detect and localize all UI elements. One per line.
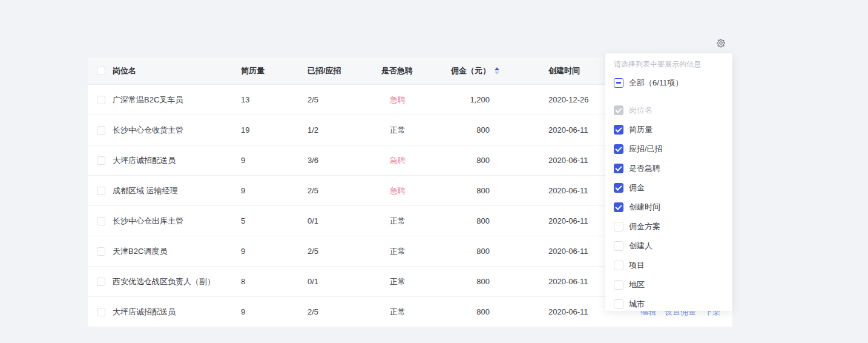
column-option-checkbox[interactable] xyxy=(614,125,623,135)
resume-count: 9 xyxy=(241,156,307,165)
commission-value: 800 xyxy=(451,277,504,286)
column-header-position: 岗位名 xyxy=(113,65,241,76)
column-option-label: 创建人 xyxy=(629,241,653,251)
commission-value: 800 xyxy=(451,156,504,165)
column-option-checkbox[interactable] xyxy=(614,261,623,270)
position-name: 广深常温B2C叉车员 xyxy=(113,95,241,105)
column-option-label: 岗位名 xyxy=(629,105,653,116)
commission-value: 800 xyxy=(451,307,504,316)
sort-asc-caret[interactable] xyxy=(495,67,499,70)
column-option-checkbox[interactable] xyxy=(614,164,623,173)
resume-count: 13 xyxy=(241,95,307,104)
column-header-resumes: 简历量 xyxy=(241,65,307,76)
urgent-status: 正常 xyxy=(381,246,451,257)
column-option-label: 佣金方案 xyxy=(629,221,660,232)
panel-title: 请选择列表中要展示的信息 xyxy=(614,59,724,69)
column-option-item[interactable]: 佣金方案 xyxy=(614,217,724,236)
resume-count: 9 xyxy=(241,186,307,195)
column-option-checkbox[interactable] xyxy=(614,299,623,309)
created-date: 2020-12-26 xyxy=(504,95,611,104)
hired-ratio: 2/5 xyxy=(307,307,381,316)
urgent-status: 正常 xyxy=(381,125,451,136)
select-all-columns-item[interactable]: 全部（6/11项） xyxy=(614,73,724,93)
column-options-list: 岗位名简历量应招/已招是否急聘佣金创建时间佣金方案创建人项目地区城市 xyxy=(614,101,724,311)
row-checkbox[interactable] xyxy=(97,156,105,165)
page: 岗位名 简历量 已招/应招 是否急聘 佣金（元） 创建时间 广深常温B2C叉车员… xyxy=(0,0,868,343)
hired-ratio: 3/6 xyxy=(307,156,381,165)
column-option-item[interactable]: 简历量 xyxy=(614,120,724,139)
resume-count: 19 xyxy=(241,125,307,135)
urgent-status: 急聘 xyxy=(381,95,451,105)
commission-value: 800 xyxy=(451,125,504,135)
column-option-item[interactable]: 地区 xyxy=(614,275,724,295)
row-checkbox[interactable] xyxy=(97,126,105,135)
urgent-status: 正常 xyxy=(381,307,451,318)
column-option-checkbox[interactable] xyxy=(614,202,623,212)
column-settings-panel: 请选择列表中要展示的信息 全部（6/11项） 岗位名简历量应招/已招是否急聘佣金… xyxy=(605,53,732,311)
created-date: 2020-06-11 xyxy=(504,277,611,286)
row-checkbox[interactable] xyxy=(97,247,105,256)
column-option-item[interactable]: 项目 xyxy=(614,256,724,275)
commission-header-label: 佣金（元） xyxy=(451,65,490,76)
column-option-label: 地区 xyxy=(629,279,645,290)
select-all-columns-label: 全部（6/11项） xyxy=(629,78,683,88)
row-checkbox[interactable] xyxy=(97,96,105,104)
created-date: 2020-06-11 xyxy=(504,247,611,256)
column-option-label: 项目 xyxy=(629,260,645,271)
column-option-item[interactable]: 创建时间 xyxy=(614,198,724,217)
row-checkbox[interactable] xyxy=(97,278,105,286)
position-name: 大坪店诚招配送员 xyxy=(113,155,241,166)
urgent-status: 急聘 xyxy=(381,185,451,196)
column-header-created: 创建时间 xyxy=(504,65,611,76)
created-date: 2020-06-11 xyxy=(504,216,611,225)
commission-value: 800 xyxy=(451,216,504,225)
column-option-item[interactable]: 是否急聘 xyxy=(614,159,724,178)
commission-value: 800 xyxy=(451,186,504,195)
position-name: 大坪店诚招配送员 xyxy=(113,307,241,318)
column-settings-button[interactable] xyxy=(712,35,729,52)
commission-value: 1,200 xyxy=(451,95,504,104)
column-header-hired: 已招/应招 xyxy=(307,65,381,76)
column-option-checkbox[interactable] xyxy=(614,183,623,193)
resume-count: 9 xyxy=(241,247,307,256)
column-option-checkbox[interactable] xyxy=(614,144,623,154)
urgent-status: 急聘 xyxy=(381,155,451,166)
column-option-item[interactable]: 城市 xyxy=(614,295,724,311)
created-date: 2020-06-11 xyxy=(504,125,611,135)
select-all-rows-checkbox[interactable] xyxy=(97,67,105,75)
column-option-checkbox[interactable] xyxy=(614,280,623,290)
created-date: 2020-06-11 xyxy=(504,186,611,195)
created-date: 2020-06-11 xyxy=(504,307,611,316)
position-name: 长沙中心仓收货主管 xyxy=(113,125,241,136)
resume-count: 9 xyxy=(241,307,307,316)
hired-ratio: 0/1 xyxy=(307,216,381,225)
column-option-checkbox[interactable] xyxy=(614,222,623,231)
column-option-item[interactable]: 创建人 xyxy=(614,236,724,256)
urgent-status: 正常 xyxy=(381,216,451,227)
column-option-label: 城市 xyxy=(629,299,645,310)
row-checkbox[interactable] xyxy=(97,308,105,316)
column-option-item[interactable]: 应招/已招 xyxy=(614,139,724,159)
row-checkbox[interactable] xyxy=(97,187,105,195)
position-name: 成都区域 运输经理 xyxy=(113,185,241,196)
hired-ratio: 0/1 xyxy=(307,277,381,286)
column-header-commission[interactable]: 佣金（元） xyxy=(451,65,504,76)
sort-desc-caret[interactable] xyxy=(495,72,499,75)
resume-count: 8 xyxy=(241,277,307,286)
column-option-label: 应招/已招 xyxy=(629,144,663,155)
hired-ratio: 2/5 xyxy=(307,186,381,195)
column-option-checkbox xyxy=(614,105,623,115)
position-name: 长沙中心仓出库主管 xyxy=(113,216,241,227)
row-checkbox[interactable] xyxy=(97,217,105,225)
column-option-label: 是否急聘 xyxy=(629,163,660,174)
column-option-item: 岗位名 xyxy=(614,101,724,120)
column-option-label: 创建时间 xyxy=(629,202,660,213)
column-option-label: 佣金 xyxy=(629,182,645,193)
column-option-item[interactable]: 佣金 xyxy=(614,178,724,198)
indeterminate-checkbox[interactable] xyxy=(614,78,623,88)
created-date: 2020-06-11 xyxy=(504,156,611,165)
column-option-checkbox[interactable] xyxy=(614,241,623,251)
hired-ratio: 1/2 xyxy=(307,125,381,135)
sort-icon[interactable] xyxy=(495,67,499,75)
column-option-label: 简历量 xyxy=(629,124,653,135)
